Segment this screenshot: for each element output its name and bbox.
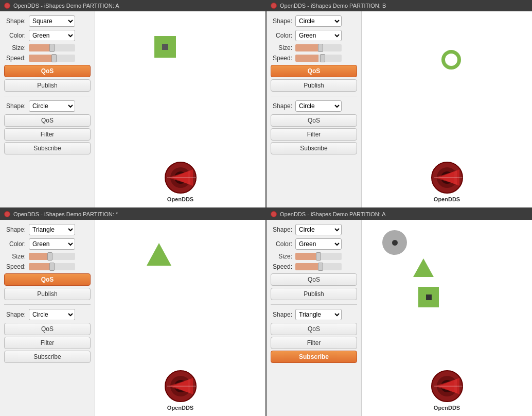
opendds-logo-b: OpenDDS: [429, 159, 466, 202]
color-select-a1[interactable]: Green Red Blue: [29, 30, 75, 41]
left-panel-a1: Shape: Square Circle Triangle Color: Gre…: [0, 11, 95, 207]
sub-qos-button-b[interactable]: QoS: [271, 114, 357, 127]
size-slider-a2[interactable]: [295, 253, 342, 260]
size-label-b: Size:: [271, 44, 292, 51]
title-text-b: OpenDDS - iShapes Demo PARTITION: B: [280, 3, 386, 9]
canvas-a2: OpenDDS: [362, 220, 532, 416]
color-row-a1: Color: Green Red Blue: [4, 30, 91, 41]
sub-qos-button-star[interactable]: QoS: [4, 323, 91, 335]
color-select-a2[interactable]: Green Red: [295, 238, 342, 250]
logo-label-a2: OpenDDS: [434, 405, 460, 411]
sub-shape-select-star[interactable]: Circle Square Triangle: [29, 309, 75, 320]
shape-green-square-a1: [154, 36, 176, 58]
left-panel-a2: Shape: Circle Square Triangle Color: Gre…: [267, 220, 362, 416]
shape-select-star[interactable]: Triangle Square Circle: [29, 224, 75, 235]
color-label-star: Color:: [4, 240, 26, 248]
filter-button-star[interactable]: Filter: [4, 337, 91, 349]
canvas-a1: OpenDDS: [95, 11, 265, 207]
opendds-logo-a2: OpenDDS: [429, 368, 466, 411]
qos-button-b[interactable]: QoS: [271, 65, 357, 77]
color-label-a2: Color:: [271, 240, 292, 248]
sub-qos-button-a1[interactable]: QoS: [4, 114, 91, 127]
opendds-logo-a1: OpenDDS: [162, 159, 199, 202]
color-label-b: Color:: [271, 32, 292, 39]
subscribe-button-star[interactable]: Subscribe: [4, 351, 91, 363]
size-label-a1: Size:: [4, 44, 26, 51]
publish-button-b[interactable]: Publish: [271, 79, 357, 92]
sub-shape-row-b: Shape: Circle Square Triangle: [271, 100, 357, 112]
sub-panel-star: Shape: Circle Square Triangle QoS Filter…: [4, 309, 91, 363]
filter-button-a1[interactable]: Filter: [4, 128, 91, 141]
size-slider-b[interactable]: [295, 44, 342, 51]
shape-label-a1: Shape:: [4, 18, 26, 25]
size-label-a2: Size:: [271, 253, 292, 260]
logo-label-b: OpenDDS: [434, 196, 460, 202]
speed-slider-star[interactable]: [29, 263, 75, 270]
color-select-b[interactable]: Green Red: [295, 30, 342, 41]
sub-shape-row-a2: Shape: Triangle Circle Square: [271, 309, 357, 320]
divider-star: [4, 304, 91, 305]
shape-row-star: Shape: Triangle Square Circle: [4, 224, 91, 235]
filter-button-a2[interactable]: Filter: [271, 337, 357, 349]
size-slider-star[interactable]: [29, 253, 75, 260]
size-slider-container-star: [29, 253, 91, 260]
canvas-star: OpenDDS: [95, 220, 265, 416]
logo-label-star: OpenDDS: [167, 405, 193, 411]
divider-b: [271, 96, 357, 96]
content-star: Shape: Triangle Square Circle Color: Gre…: [0, 220, 265, 416]
sub-qos-button-a2[interactable]: QoS: [271, 323, 357, 335]
logo-svg-star: [162, 368, 199, 405]
speed-slider-a1[interactable]: [29, 55, 75, 62]
shape-select-a2[interactable]: Circle Square Triangle: [295, 224, 342, 235]
size-row-b: Size:: [271, 44, 357, 51]
gray-circle-inner-a2: [392, 240, 398, 246]
qos-button-a2[interactable]: QoS: [271, 273, 357, 286]
speed-row-star: Speed:: [4, 263, 91, 270]
speed-slider-container-b: [295, 55, 357, 62]
speed-label-a2: Speed:: [271, 263, 292, 270]
sub-shape-select-a1[interactable]: Circle Square Triangle: [29, 100, 75, 112]
qos-button-a1[interactable]: QoS: [4, 65, 91, 77]
shape-label-a2: Shape:: [271, 226, 292, 233]
sub-shape-label-b: Shape:: [271, 102, 292, 110]
publish-button-a1[interactable]: Publish: [4, 79, 91, 92]
title-bar-a2: OpenDDS - iShapes Demo PARTITION: A: [267, 209, 532, 220]
shape-select-b[interactable]: Circle Square Triangle: [295, 15, 342, 27]
shape-row-b: Shape: Circle Square Triangle: [271, 15, 357, 27]
logo-label-a1: OpenDDS: [167, 196, 193, 202]
shape-small-triangle-a2: [413, 258, 434, 277]
sub-shape-select-a2[interactable]: Triangle Circle Square: [295, 309, 342, 320]
left-panel-star: Shape: Triangle Square Circle Color: Gre…: [0, 220, 95, 416]
color-select-star[interactable]: Green Red: [29, 238, 75, 250]
publish-button-star[interactable]: Publish: [4, 288, 91, 300]
title-bar-b: OpenDDS - iShapes Demo PARTITION: B: [267, 0, 532, 11]
close-button-a1[interactable]: [4, 3, 10, 9]
speed-row-a2: Speed:: [271, 263, 357, 270]
filter-button-b[interactable]: Filter: [271, 128, 357, 141]
subscribe-button-a1[interactable]: Subscribe: [4, 142, 91, 154]
logo-svg-a2: [429, 368, 466, 405]
color-label-a1: Color:: [4, 32, 26, 39]
shape-select-a1[interactable]: Square Circle Triangle: [29, 15, 75, 27]
close-button-a2[interactable]: [271, 211, 277, 217]
speed-slider-container-a1: [29, 55, 91, 62]
speed-slider-a2[interactable]: [295, 263, 342, 270]
sub-shape-select-b[interactable]: Circle Square Triangle: [295, 100, 342, 112]
publish-button-a2[interactable]: Publish: [271, 288, 357, 300]
title-bar-a1: OpenDDS - iShapes Demo PARTITION: A: [0, 0, 265, 11]
subscribe-button-b[interactable]: Subscribe: [271, 142, 357, 154]
shape-green-triangle-star: [147, 243, 171, 266]
speed-label-b: Speed:: [271, 55, 292, 62]
content-a1: Shape: Square Circle Triangle Color: Gre…: [0, 11, 265, 207]
logo-svg-b: [429, 159, 466, 196]
speed-slider-b[interactable]: [295, 55, 342, 62]
subscribe-button-a2[interactable]: Subscribe: [271, 351, 357, 363]
close-button-star[interactable]: [4, 211, 10, 217]
sub-panel-a2: Shape: Triangle Circle Square QoS Filter…: [271, 309, 357, 363]
qos-button-star[interactable]: QoS: [4, 273, 91, 286]
size-slider-a1[interactable]: [29, 44, 75, 51]
title-text-a1: OpenDDS - iShapes Demo PARTITION: A: [13, 3, 119, 9]
canvas-b: OpenDDS: [362, 11, 532, 207]
title-bar-star: OpenDDS - iShapes Demo PARTITION: *: [0, 209, 265, 220]
close-button-b[interactable]: [271, 3, 277, 9]
